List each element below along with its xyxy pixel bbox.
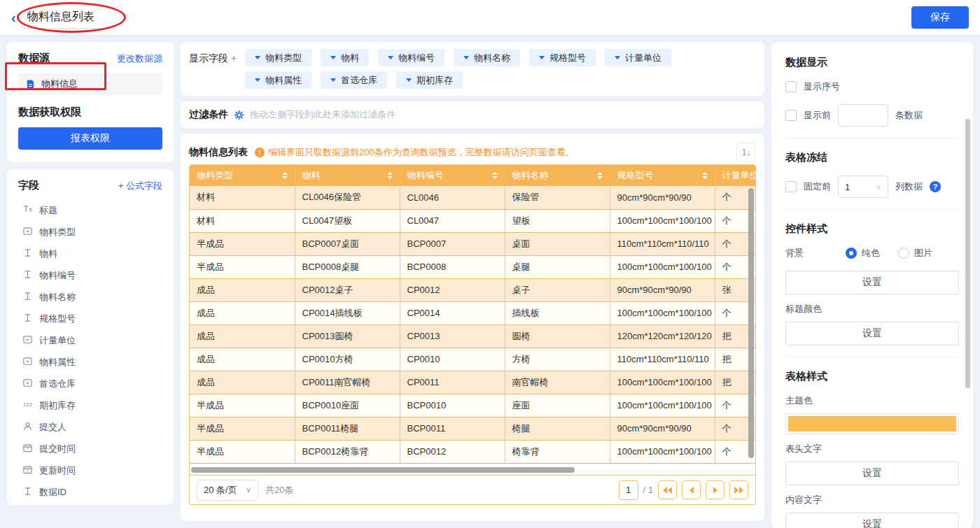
theme-color-picker[interactable] — [785, 413, 959, 434]
display-field-chip[interactable]: 物料名称 — [454, 49, 520, 66]
total-count: 共20条 — [265, 484, 293, 497]
column-header-label: 物料 — [302, 170, 321, 180]
field-list-item[interactable]: 物料编号 — [18, 264, 162, 286]
add-display-field-button[interactable]: + — [231, 52, 237, 64]
show-first-checkbox[interactable] — [785, 110, 797, 121]
display-field-chip[interactable]: 物料编号 — [378, 49, 444, 66]
table-cell: BCP0010座面 — [295, 394, 400, 417]
field-list-item[interactable]: 数据ID — [18, 481, 162, 503]
bg-image-option[interactable]: 图片 — [898, 247, 932, 259]
add-formula-field-link[interactable]: + 公式字段 — [118, 180, 162, 192]
field-list-item[interactable]: 期初库存 — [18, 394, 162, 416]
display-field-chip[interactable]: 物料类型 — [245, 49, 312, 66]
table-notice: ! 编辑界面只取数据源前200条作为查询数据预览，完整数据请访问页面查看。 — [255, 146, 575, 159]
panel-scrollbar[interactable] — [965, 119, 970, 388]
next-page-button[interactable] — [706, 480, 724, 499]
datasource-item[interactable]: 物料信息 — [18, 73, 162, 94]
sort-updown-icon[interactable] — [387, 172, 393, 179]
field-list-item[interactable]: 规格型号 — [18, 308, 162, 329]
table-cell: 成品 — [190, 371, 295, 394]
display-field-chip[interactable]: 物料属性 — [245, 71, 312, 89]
field-type-icon — [22, 378, 33, 390]
column-header[interactable]: 物料编号 — [400, 165, 505, 186]
field-list-item[interactable]: 更新时间 — [18, 459, 162, 481]
chevron-down-icon — [388, 56, 393, 59]
freeze-columns-checkbox[interactable] — [785, 181, 797, 192]
field-list-item[interactable]: 物料类型 — [18, 221, 162, 243]
first-page-button[interactable] — [658, 480, 677, 499]
change-datasource-link[interactable]: 更改数据源 — [117, 52, 162, 65]
back-button[interactable]: ‹ — [11, 10, 16, 24]
horizontal-scrollbar[interactable] — [191, 467, 575, 473]
field-type-icon — [22, 443, 33, 455]
column-header[interactable]: 物料 — [295, 165, 400, 186]
table-row: 材料 CL0046保险管 CL0046 保险管 90cm*90cm*90/90 — [190, 186, 755, 209]
save-button[interactable]: 保存 — [911, 6, 969, 29]
column-header[interactable]: 计量单位 — [715, 165, 755, 186]
table-cell: 半成品 — [190, 417, 295, 440]
background-set-button[interactable]: 设置 — [785, 271, 959, 294]
freeze-count-select[interactable]: 1 ∨ — [838, 176, 888, 198]
vertical-scrollbar[interactable] — [748, 188, 754, 458]
datasource-title: 数据源 — [18, 52, 50, 65]
field-list-item[interactable]: 物料属性 — [18, 351, 162, 373]
report-permission-button[interactable]: 报表权限 — [18, 127, 162, 150]
table-cell: 保险管 — [505, 186, 610, 209]
table-row: 半成品 BCP0011椅腿 BCP0011 椅腿 90cm*90cm*90/90 — [190, 417, 755, 440]
table-cell: CP0013 — [400, 324, 505, 348]
table-cell: BCP0012椅靠背 — [295, 440, 400, 463]
table-cell: 100cm*100cm*100/100 — [610, 255, 715, 278]
page-title[interactable]: 物料信息列表 — [23, 7, 99, 29]
table-cell: CL0046保险管 — [295, 186, 400, 209]
title-color-set-button[interactable]: 设置 — [785, 322, 959, 345]
display-field-chip[interactable]: 计量单位 — [605, 49, 671, 66]
field-type-icon — [22, 356, 33, 369]
content-text-label: 内容文字 — [785, 494, 959, 506]
sort-order-button[interactable]: 1↓ — [736, 143, 756, 162]
table-cell: 材料 — [190, 209, 295, 232]
column-header[interactable]: 物料类型 — [190, 165, 295, 186]
field-list-item[interactable]: 提交时间 — [18, 438, 162, 459]
display-field-chip[interactable]: 首选仓库 — [321, 71, 387, 89]
table-freeze-title: 表格冻结 — [785, 151, 959, 164]
help-icon[interactable]: ? — [930, 181, 941, 192]
filter-bar[interactable]: 过滤条件 拖动左侧字段到此处来添加过滤条件 — [181, 101, 764, 128]
field-list-item[interactable]: 首选仓库 — [18, 373, 162, 394]
column-header[interactable]: 规格型号 — [610, 165, 715, 186]
row-limit-input[interactable] — [838, 104, 888, 127]
table-cell: 100cm*100cm*100/100 — [610, 301, 715, 324]
table-cell: 桌腿 — [505, 255, 610, 278]
bg-solid-option[interactable]: 纯色 — [846, 247, 880, 259]
display-fields-row-2: 物料属性 首选仓库 期初库存 — [245, 71, 671, 89]
sort-updown-icon[interactable] — [597, 172, 603, 179]
prev-page-button[interactable] — [682, 480, 701, 499]
content-text-set-button[interactable]: 设置 — [785, 513, 959, 528]
field-list-item[interactable]: 标题 — [18, 199, 162, 221]
left-sidebar: 数据源 更改数据源 物料信息 数据获取权限 报表权限 字段 + 公式字段 — [7, 42, 174, 521]
page-size-select[interactable]: 20 条/页 ∨ — [197, 480, 258, 501]
table-cell: 桌面 — [505, 232, 610, 255]
current-page-input[interactable]: 1 — [619, 480, 638, 500]
field-list-item[interactable]: 物料 — [18, 243, 162, 264]
sort-updown-icon[interactable] — [492, 172, 498, 179]
column-header[interactable]: 物料名称 — [505, 165, 610, 186]
display-field-chip[interactable]: 规格型号 — [529, 49, 596, 66]
last-page-button[interactable] — [729, 480, 748, 499]
page-count: / 1 — [643, 485, 653, 495]
show-index-checkbox[interactable] — [785, 81, 797, 92]
gear-icon[interactable] — [234, 110, 244, 120]
field-list-item[interactable]: 物料名称 — [18, 286, 162, 308]
table-cell: 90cm*90cm*90/90 — [610, 278, 715, 301]
display-fields-row-1: 物料类型 物料 物料编号 — [245, 49, 671, 66]
display-field-chip[interactable]: 期初库存 — [396, 71, 463, 89]
field-list-item[interactable]: 计量单位 — [18, 329, 162, 351]
radio-checked-icon[interactable] — [846, 248, 857, 259]
header-text-set-button[interactable]: 设置 — [785, 462, 959, 485]
field-list-item[interactable]: 提交人 — [18, 416, 162, 438]
radio-unchecked-icon[interactable] — [898, 248, 909, 259]
sort-updown-icon[interactable] — [702, 172, 708, 179]
table-row: 成品 CP0012桌子 CP0012 桌子 90cm*90cm*90/90 — [190, 278, 755, 301]
sort-updown-icon[interactable] — [282, 172, 288, 179]
display-field-chip[interactable]: 物料 — [321, 49, 369, 66]
field-type-icon — [22, 486, 33, 499]
